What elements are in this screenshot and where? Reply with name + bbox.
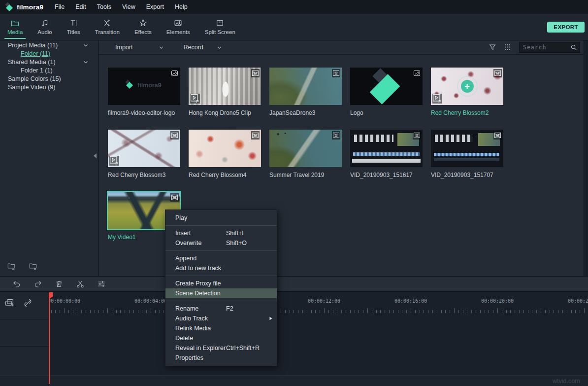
menu-item-label: Create Proxy file: [175, 280, 221, 287]
star-icon: [139, 19, 147, 27]
media-item-red-cherry-blossom2[interactable]: P+Red Cherry Blossom2: [431, 68, 503, 116]
add-to-timeline-icon[interactable]: +: [457, 76, 478, 97]
sidebar-item-sample-colors-15[interactable]: Sample Colors (15): [0, 74, 98, 83]
media-item-label: Hong Kong Drone5 Clip: [189, 109, 261, 116]
tab-label: Titles: [67, 29, 80, 35]
search-box[interactable]: [519, 42, 580, 53]
menu-item-label: Reveal in Explorer: [175, 345, 226, 351]
media-thumbnail[interactable]: [350, 130, 423, 167]
sidebar-item-folder-11[interactable]: Folder (11): [0, 49, 98, 58]
record-chevron-down-icon[interactable]: [216, 44, 223, 51]
context-menu: PlayInsertShift+IOverwriteShift+OAppendA…: [165, 210, 277, 366]
ruler-timestamp: 00:00:16:00: [394, 298, 427, 304]
menu-file[interactable]: File: [49, 3, 70, 10]
menu-separator: [165, 301, 277, 301]
media-thumbnail[interactable]: P+: [431, 68, 503, 105]
media-thumbnail[interactable]: [350, 68, 423, 105]
menu-edit[interactable]: Edit: [70, 3, 92, 10]
chevron-down-icon[interactable]: [82, 42, 89, 49]
tab-media[interactable]: Media: [0, 14, 30, 40]
record-button[interactable]: Record: [183, 44, 203, 51]
context-menu-item-properties[interactable]: Properties: [165, 353, 277, 363]
scissors-icon[interactable]: [76, 280, 85, 288]
context-menu-item-add-to-new-track[interactable]: Add to new track: [165, 263, 277, 273]
delete-folder-icon[interactable]: [29, 261, 37, 270]
media-item-vid-20190903-151617[interactable]: VID_20190903_151617: [350, 130, 423, 178]
context-menu-item-play[interactable]: Play: [165, 213, 277, 223]
playhead-line[interactable]: [49, 292, 50, 384]
sidebar-item-project-media-11[interactable]: Project Media (11): [0, 41, 98, 49]
snap-toggle-icon[interactable]: [23, 298, 33, 308]
sidebar-item-sample-video-9[interactable]: Sample Video (9): [0, 83, 98, 91]
context-menu-item-overwrite[interactable]: OverwriteShift+O: [165, 238, 277, 248]
media-item-vid-20190903-151707[interactable]: VID_20190903_151707: [431, 130, 503, 178]
import-chevron-down-icon[interactable]: [158, 44, 164, 51]
media-item-filmora9-video-editor-logo[interactable]: filmora9filmora9-video-editor-logo: [108, 68, 180, 116]
filter-icon[interactable]: [489, 43, 496, 51]
logo-teal-diamond: [370, 74, 400, 105]
tab-elements[interactable]: Elements: [159, 14, 197, 40]
context-menu-item-scene-detection[interactable]: Scene Detection: [165, 288, 277, 298]
collapse-sidebar-icon[interactable]: [92, 152, 98, 160]
sidebar-item-folder-1-1[interactable]: Folder 1 (1): [0, 66, 98, 74]
ruler-timestamp: 00:00:24:00: [568, 298, 588, 304]
menu-help[interactable]: Help: [169, 3, 193, 10]
split-screen-icon: [216, 19, 224, 27]
media-thumbnail[interactable]: [431, 130, 503, 167]
tab-transition[interactable]: Transition: [88, 14, 127, 40]
context-menu-item-delete[interactable]: Delete: [165, 333, 277, 343]
redo-icon[interactable]: [33, 280, 42, 288]
film-icon: [251, 69, 260, 77]
sidebar-item-shared-media-1[interactable]: Shared Media (1): [0, 58, 98, 66]
add-track-icon[interactable]: [4, 298, 15, 308]
media-thumbnail[interactable]: [189, 130, 261, 167]
media-item-logo[interactable]: Logo: [350, 68, 423, 116]
menu-view[interactable]: View: [117, 3, 141, 10]
menu-item-shortcut: Shift+I: [226, 228, 244, 238]
scrollbar-track[interactable]: [584, 40, 588, 276]
media-thumbnail[interactable]: filmora9: [108, 68, 180, 105]
media-item-japanseadrone3[interactable]: JapanSeaDrone3: [269, 68, 342, 116]
tab-label: Transition: [95, 29, 120, 35]
context-menu-item-create-proxy-file[interactable]: Create Proxy file: [165, 279, 277, 288]
context-menu-item-reveal-in-explorer[interactable]: Reveal in ExplorerCtrl+Shift+R: [165, 343, 277, 353]
tab-audio[interactable]: Audio: [30, 14, 59, 40]
context-menu-item-append[interactable]: Append: [165, 253, 277, 263]
trash-icon[interactable]: [55, 280, 64, 288]
plus-icon: +: [461, 80, 474, 93]
menu-tools[interactable]: Tools: [92, 3, 117, 10]
media-thumbnail[interactable]: P: [108, 130, 180, 167]
context-menu-item-insert[interactable]: InsertShift+I: [165, 228, 277, 238]
sidebar-item-label: Sample Colors (15): [8, 75, 61, 82]
media-thumbnail[interactable]: [269, 130, 342, 167]
timeline-ruler[interactable]: 00:00:00:0000:00:04:0000:00:08:0000:00:1…: [49, 292, 588, 386]
media-item-red-cherry-blossom3[interactable]: PRed Cherry Blossom3: [108, 130, 180, 178]
menu-item-label: Audio Track: [175, 315, 208, 322]
add-folder-icon[interactable]: [7, 261, 16, 270]
context-menu-item-audio-track[interactable]: Audio Track: [165, 314, 277, 323]
import-button[interactable]: Import: [115, 44, 132, 51]
tab-effects[interactable]: Effects: [127, 14, 159, 40]
media-item-label: VID_20190903_151707: [431, 172, 503, 178]
context-menu-item-relink-media[interactable]: Relink Media: [165, 323, 277, 333]
menu-item-label: Properties: [175, 354, 203, 361]
menu-export[interactable]: Export: [141, 3, 169, 10]
export-button[interactable]: EXPORT: [547, 22, 585, 33]
media-item-label: JapanSeaDrone3: [269, 109, 342, 116]
media-item-hong-kong-drone5-clip[interactable]: PHong Kong Drone5 Clip: [189, 68, 261, 116]
media-thumbnail[interactable]: P: [189, 68, 261, 105]
grid-view-icon[interactable]: [504, 43, 512, 51]
media-item-summer-travel-2019[interactable]: Summer Travel 2019: [269, 130, 342, 178]
media-thumbnail[interactable]: [269, 68, 342, 105]
adjust-sliders-icon[interactable]: [97, 280, 106, 288]
media-item-red-cherry-blossom4[interactable]: Red Cherry Blossom4: [189, 130, 261, 178]
menu-item-label: Overwrite: [175, 240, 201, 246]
search-input[interactable]: [522, 43, 570, 51]
tab-label: Split Screen: [205, 29, 235, 35]
media-item-label: Red Cherry Blossom4: [189, 172, 261, 178]
chevron-down-icon[interactable]: [82, 59, 89, 66]
context-menu-item-rename[interactable]: RenameF2: [165, 304, 277, 314]
undo-icon[interactable]: [12, 280, 21, 288]
tab-split-screen[interactable]: Split Screen: [197, 14, 243, 40]
tab-titles[interactable]: Titles: [60, 14, 88, 40]
